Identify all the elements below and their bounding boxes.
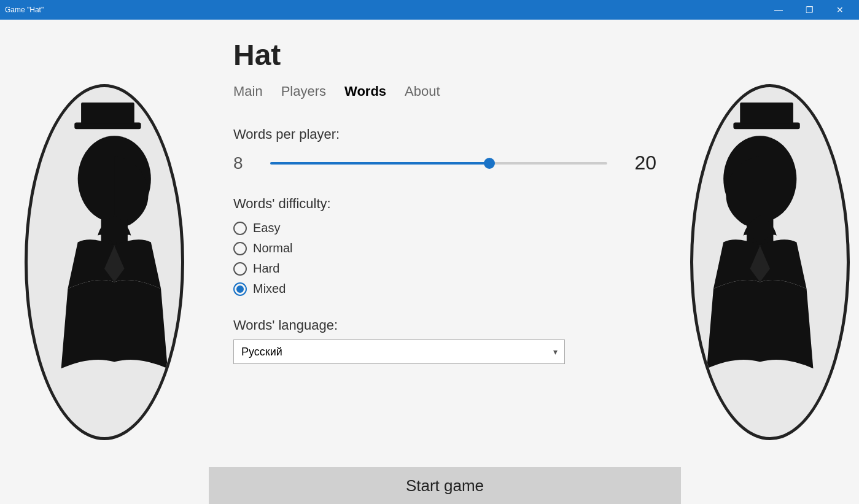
tab-players[interactable]: Players (281, 81, 326, 102)
difficulty-easy-label: Easy (253, 221, 280, 235)
difficulty-mixed-label: Mixed (253, 282, 286, 296)
difficulty-hard-label: Hard (253, 262, 279, 276)
slider-current-value: 20 (626, 152, 656, 174)
start-game-button[interactable]: Start game (209, 467, 681, 504)
tab-words[interactable]: Words (344, 81, 386, 102)
tab-main[interactable]: Main (233, 81, 263, 102)
main-content: Hat Main Players Words About Words per p… (0, 20, 859, 504)
difficulty-normal[interactable]: Normal (233, 241, 656, 255)
nav-tabs: Main Players Words About (233, 81, 656, 102)
tab-about[interactable]: About (405, 81, 440, 102)
start-button-container: Start game (209, 467, 681, 504)
language-select[interactable]: Русский (233, 339, 565, 364)
close-button[interactable]: ✕ (826, 0, 854, 20)
left-silhouette-icon (37, 103, 172, 422)
difficulty-mixed[interactable]: Mixed (233, 282, 656, 296)
radio-normal-circle (233, 242, 247, 255)
language-select-wrapper: Русский ▾ (233, 339, 565, 364)
radio-mixed-circle (233, 282, 247, 296)
radio-mixed-inner (236, 285, 244, 293)
words-per-player-section: Words per player: 8 20 (233, 126, 656, 174)
words-per-player-slider[interactable] (270, 162, 607, 165)
page-title: Hat (233, 38, 656, 72)
titlebar: Game "Hat" — ❐ ✕ (0, 0, 859, 20)
right-oval-frame (690, 84, 850, 440)
svg-rect-1 (81, 103, 134, 124)
app-title-bar: Game "Hat" (5, 6, 44, 14)
window-controls: — ❐ ✕ (764, 0, 854, 20)
right-silhouette-icon (702, 103, 838, 422)
difficulty-radio-group: Easy Normal Hard Mixed (233, 221, 656, 296)
svg-rect-5 (740, 103, 793, 124)
radio-hard-circle (233, 262, 247, 276)
radio-easy-circle (233, 222, 247, 235)
slider-min-value: 8 (233, 153, 252, 173)
minimize-button[interactable]: — (764, 0, 793, 20)
words-per-player-label: Words per player: (233, 126, 656, 142)
left-silhouette-container (0, 20, 209, 504)
words-difficulty-section: Words' difficulty: Easy Normal Hard (233, 196, 656, 296)
center-panel: Hat Main Players Words About Words per p… (209, 20, 681, 504)
difficulty-normal-label: Normal (253, 241, 292, 255)
difficulty-label: Words' difficulty: (233, 196, 656, 212)
left-oval-frame (25, 84, 184, 440)
language-label: Words' language: (233, 317, 656, 333)
difficulty-easy[interactable]: Easy (233, 221, 656, 235)
right-silhouette-container (681, 20, 859, 504)
words-language-section: Words' language: Русский ▾ (233, 317, 656, 364)
slider-row: 8 20 (233, 152, 656, 174)
difficulty-hard[interactable]: Hard (233, 262, 656, 276)
maximize-button[interactable]: ❐ (795, 0, 823, 20)
